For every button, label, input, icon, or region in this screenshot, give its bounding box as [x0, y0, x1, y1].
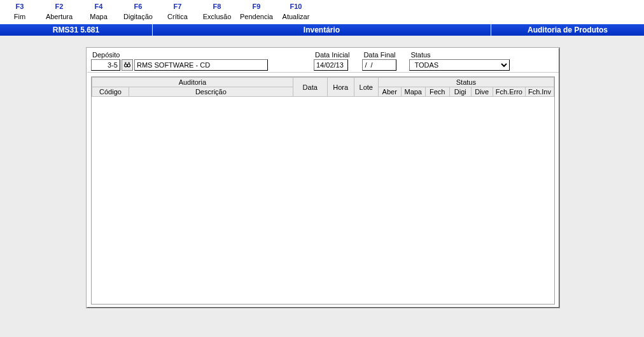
fkey-mapa[interactable]: F4 Mapa: [79, 3, 118, 20]
fkey-code: F4: [95, 3, 103, 10]
fkey-abertura[interactable]: F2 Abertura: [39, 3, 79, 20]
col-group-auditoria: Auditoria: [92, 78, 293, 87]
fkey-exclusao[interactable]: F8 Exclusão: [197, 3, 237, 20]
fkey-critica[interactable]: F7 Crítica: [158, 3, 197, 20]
fkey-atualizar[interactable]: F10 Atualizar: [276, 3, 316, 20]
col-hora: Hora: [327, 78, 354, 97]
col-lote: Lote: [354, 78, 378, 97]
col-group-status: Status: [378, 78, 554, 87]
fkey-code: F3: [16, 3, 24, 10]
module-title: Inventário: [153, 24, 491, 36]
col-descricao: Descrição: [129, 87, 293, 97]
fkey-label: Crítica: [167, 13, 188, 20]
fkey-code: F10: [290, 3, 302, 10]
grid-body[interactable]: [92, 97, 554, 303]
data-inicial-label: Data Inicial: [314, 51, 349, 59]
deposito-label: Depósito: [91, 51, 282, 59]
grid-table: Auditoria Data Hora Lote Status Código D…: [92, 77, 554, 97]
status-label: Status: [409, 51, 510, 59]
fkey-code: F7: [174, 3, 182, 10]
col-dive: Dive: [471, 87, 493, 97]
col-aber: Aber: [378, 87, 401, 97]
fkey-fim[interactable]: F3 Fim: [0, 3, 39, 20]
data-inicial-input[interactable]: [314, 59, 348, 71]
header-bar: RMS31 5.681 Inventário Auditoria de Prod…: [0, 24, 644, 36]
fkey-code: F6: [134, 3, 143, 10]
fkey-code: F8: [213, 3, 221, 10]
screen-title: Auditoria de Produtos: [491, 24, 644, 36]
col-fcherro: Fch.Erro: [493, 87, 525, 97]
col-fech: Fech: [425, 87, 449, 97]
deposito-desc-input[interactable]: [134, 59, 268, 71]
filters-row: Depósito Data Inicial Data Final Statu: [87, 48, 559, 73]
main-area: Depósito Data Inicial Data Final Statu: [0, 36, 644, 308]
svg-point-1: [127, 64, 130, 68]
panel: Depósito Data Inicial Data Final Statu: [86, 47, 560, 308]
data-final-input[interactable]: [362, 59, 396, 71]
fkey-digitacao[interactable]: F6 Digitação: [118, 3, 158, 20]
app-version: RMS31 5.681: [0, 24, 153, 36]
fkey-label: Fim: [14, 13, 25, 20]
fkey-pendencia[interactable]: F9 Pendencia: [237, 3, 276, 20]
col-mapa: Mapa: [401, 87, 425, 97]
deposito-code-input[interactable]: [91, 59, 120, 71]
fkey-code: F9: [253, 3, 261, 10]
fkey-label: Abertura: [46, 13, 73, 20]
fkey-code: F2: [55, 3, 64, 10]
fkey-label: Digitação: [123, 13, 153, 20]
col-fchinv: Fch.Inv: [525, 87, 554, 97]
data-grid[interactable]: Auditoria Data Hora Lote Status Código D…: [91, 76, 555, 305]
svg-point-0: [125, 64, 128, 68]
fkey-label: Exclusão: [203, 13, 232, 20]
fkey-label: Pendencia: [240, 13, 273, 20]
status-select[interactable]: TODAS: [409, 59, 510, 71]
col-codigo: Código: [92, 87, 129, 97]
lookup-icon[interactable]: [122, 59, 133, 71]
col-data: Data: [293, 78, 327, 97]
fkey-label: Atualizar: [283, 13, 310, 20]
col-digi: Digi: [449, 87, 471, 97]
function-key-bar: F3 Fim F2 Abertura F4 Mapa F6 Digitação …: [0, 0, 644, 24]
fkey-label: Mapa: [90, 13, 108, 20]
data-final-label: Data Final: [362, 51, 396, 59]
